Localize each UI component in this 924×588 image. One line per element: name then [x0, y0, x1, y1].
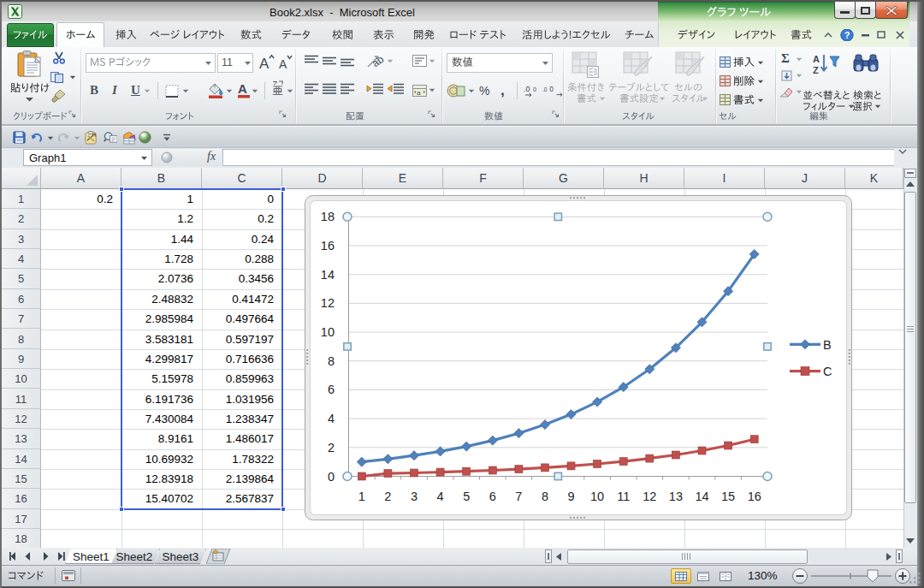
svg-text:1: 1	[358, 490, 365, 503]
svg-text:10: 10	[321, 325, 335, 339]
svg-text:0: 0	[549, 85, 554, 93]
svg-text:16: 16	[321, 239, 335, 252]
svg-text:13: 13	[669, 490, 683, 503]
svg-text:14: 14	[695, 490, 708, 503]
svg-text:2: 2	[328, 441, 335, 454]
svg-text:ab: ab	[370, 53, 385, 68]
svg-text:a: a	[417, 89, 421, 97]
svg-text:.0: .0	[542, 86, 548, 92]
svg-text:0: 0	[328, 470, 335, 484]
svg-text:A: A	[259, 56, 270, 72]
svg-text:12: 12	[321, 296, 335, 310]
svg-text:B: B	[823, 338, 832, 352]
svg-text:C: C	[823, 365, 832, 378]
svg-text:A: A	[813, 54, 820, 64]
svg-text:8: 8	[542, 490, 548, 503]
svg-text:?: ?	[844, 30, 850, 40]
svg-text:11: 11	[617, 490, 630, 503]
svg-text:10: 10	[590, 490, 604, 503]
svg-text:4: 4	[437, 490, 444, 503]
svg-text:15: 15	[721, 490, 735, 503]
svg-text:.0: .0	[524, 85, 530, 93]
svg-text:6: 6	[489, 490, 496, 503]
svg-text:5: 5	[463, 490, 470, 503]
svg-text:8: 8	[328, 354, 335, 368]
svg-text:A: A	[279, 57, 287, 71]
svg-text:4: 4	[328, 412, 335, 425]
svg-text:16: 16	[748, 490, 761, 503]
svg-text:12: 12	[643, 490, 656, 503]
svg-text:7: 7	[515, 490, 522, 503]
svg-text:A: A	[238, 81, 247, 96]
svg-text:18: 18	[321, 210, 335, 223]
svg-text:0: 0	[533, 86, 536, 92]
svg-text:2: 2	[384, 490, 391, 503]
svg-text:9: 9	[567, 490, 574, 503]
svg-text:Z: Z	[813, 65, 819, 75]
svg-text:6: 6	[328, 383, 335, 396]
svg-text:3: 3	[411, 490, 418, 503]
svg-text:14: 14	[321, 268, 335, 282]
